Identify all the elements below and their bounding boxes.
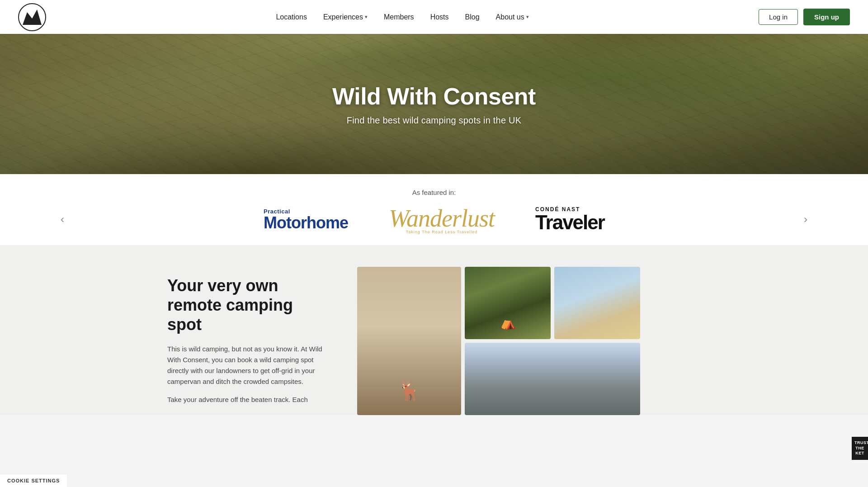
image-hills (465, 343, 640, 415)
motorhome-text: Motorhome (264, 215, 348, 231)
mountain-icon (23, 9, 42, 25)
svg-point-0 (19, 4, 46, 31)
logo-conde-nast-traveler[interactable]: Condé Nast Traveler (535, 206, 604, 232)
nav-link-members[interactable]: Members (384, 13, 414, 21)
navbar-center: Locations Experiences ▾ Members Hosts Bl… (276, 13, 528, 21)
content-body-1: This is wild camping, but not as you kno… (167, 344, 330, 387)
content-images (357, 267, 701, 415)
featured-label: As featured in: (0, 189, 868, 196)
logo-practical-motorhome[interactable]: Practical Motorhome (264, 208, 348, 231)
featured-logos: Practical Motorhome Wanderlust Taking Th… (264, 204, 604, 234)
carousel-next-button[interactable]: › (797, 209, 814, 229)
navbar: Locations Experiences ▾ Members Hosts Bl… (0, 0, 868, 34)
nav-link-experiences[interactable]: Experiences ▾ (323, 13, 368, 21)
carousel-prev-button[interactable]: ‹ (54, 209, 71, 229)
traveler-text: Traveler (535, 213, 604, 232)
login-button[interactable]: Log in (759, 9, 798, 25)
main-content-section: Your very own remote camping spot This i… (0, 245, 868, 415)
hero-content: Wild With Consent Find the best wild cam… (332, 83, 536, 126)
image-van (554, 267, 640, 339)
nav-link-blog[interactable]: Blog (465, 13, 480, 21)
hero-section: Wild With Consent Find the best wild cam… (0, 34, 868, 174)
chevron-down-icon: ▾ (526, 14, 529, 20)
featured-section: As featured in: ‹ Practical Motorhome Wa… (0, 174, 868, 245)
navbar-right: Log in Sign up (759, 9, 850, 25)
wanderlust-text: Wanderlust (389, 204, 495, 232)
nav-link-locations[interactable]: Locations (276, 13, 307, 21)
brand-logo[interactable] (18, 3, 46, 31)
navbar-left (18, 3, 46, 31)
content-row: Your very own remote camping spot This i… (149, 267, 719, 415)
hero-title: Wild With Consent (332, 83, 536, 110)
chevron-down-icon: ▾ (365, 14, 368, 20)
nav-link-about[interactable]: About us ▾ (496, 13, 529, 21)
content-heading: Your very own remote camping spot (167, 276, 330, 335)
image-deer (357, 267, 461, 415)
nav-link-hosts[interactable]: Hosts (430, 13, 449, 21)
logo-wanderlust[interactable]: Wanderlust Taking The Road Less Travelle… (389, 204, 495, 234)
hero-subtitle: Find the best wild camping spots in the … (332, 115, 536, 126)
content-body-2: Take your adventure off the beaten track… (167, 394, 330, 405)
content-text: Your very own remote camping spot This i… (167, 267, 330, 412)
signup-button[interactable]: Sign up (803, 9, 850, 25)
featured-logos-wrapper: ‹ Practical Motorhome Wanderlust Taking … (0, 204, 868, 234)
image-camp (465, 267, 551, 339)
